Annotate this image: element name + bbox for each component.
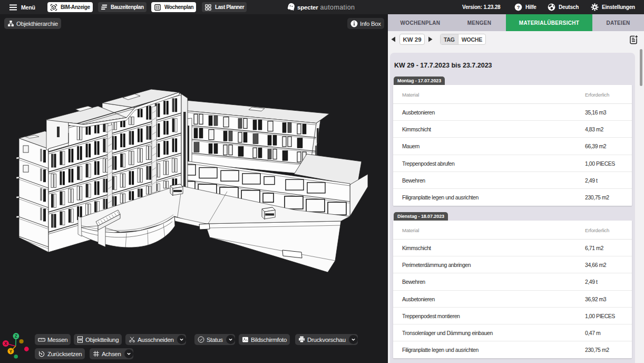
svg-text:?: ? [517, 5, 520, 10]
svg-text:Y: Y [9, 349, 13, 354]
svg-text:X: X [4, 341, 7, 346]
svg-text:Z: Z [15, 333, 17, 339]
